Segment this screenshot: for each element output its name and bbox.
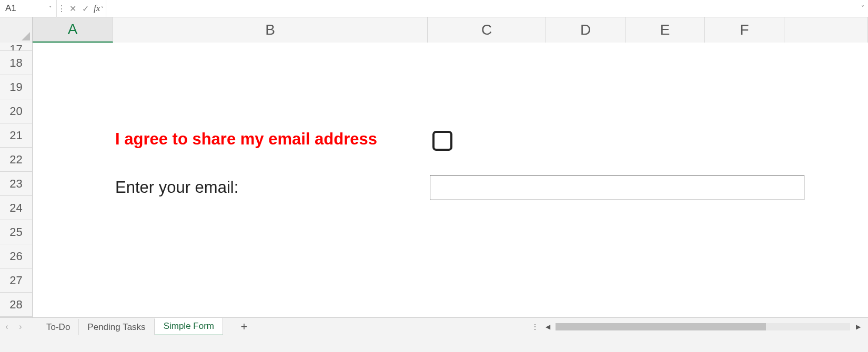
- sheet-tabs: To-Do Pending Tasks Simple Form: [38, 318, 223, 336]
- chevron-down-icon: ˅: [101, 6, 104, 12]
- select-all-button[interactable]: [0, 17, 33, 43]
- cells-canvas[interactable]: I agree to share my email address Enter …: [33, 43, 868, 317]
- triangle-right-icon: ▶: [856, 323, 861, 330]
- column-header-F[interactable]: F: [705, 17, 784, 43]
- chevron-down-icon: ˅: [861, 5, 864, 12]
- agree-checkbox[interactable]: [432, 131, 452, 151]
- status-bar: [0, 335, 868, 352]
- cancel-formula-button[interactable]: ✕: [66, 0, 79, 17]
- sheet-tab-pending-tasks[interactable]: Pending Tasks: [79, 319, 154, 336]
- triangle-left-icon: ◀: [546, 323, 550, 330]
- column-header-E[interactable]: E: [625, 17, 705, 43]
- row-header-21[interactable]: 21: [0, 123, 32, 148]
- spreadsheet-grid: A B C D E F 17 18 19 20 21 22 23 24 25 2…: [0, 17, 868, 317]
- formula-input[interactable]: [106, 0, 857, 17]
- horizontal-scrollbar-track[interactable]: [556, 323, 850, 330]
- agree-share-email-label: I agree to share my email address: [115, 130, 377, 149]
- fx-label: fx: [94, 3, 100, 14]
- chevron-right-icon: ›: [19, 322, 22, 332]
- column-header-D[interactable]: D: [546, 17, 625, 43]
- plus-icon: +: [241, 320, 248, 334]
- row-header-27[interactable]: 27: [0, 268, 32, 293]
- column-header-A[interactable]: A: [33, 17, 113, 43]
- column-header-overflow: [784, 17, 868, 43]
- horizontal-scroll-region: ⋮ ◀ ▶: [530, 322, 868, 332]
- row-header-26[interactable]: 26: [0, 244, 32, 268]
- chevron-down-icon: ˅: [49, 5, 52, 12]
- name-box-value: A1: [5, 3, 16, 14]
- vertical-dots-icon[interactable]: ⋮: [57, 4, 66, 14]
- column-header-C[interactable]: C: [428, 17, 546, 43]
- scroll-right-button[interactable]: ▶: [853, 322, 863, 332]
- column-headers: A B C D E F: [0, 17, 868, 43]
- row-header-25[interactable]: 25: [0, 220, 32, 244]
- row-header-19[interactable]: 19: [0, 75, 32, 99]
- row-headers: 17 18 19 20 21 22 23 24 25 26 27 28: [0, 43, 33, 317]
- scroll-left-button[interactable]: ◀: [543, 322, 552, 332]
- expand-formula-bar-button[interactable]: ˅: [857, 5, 868, 12]
- sheet-nav-prev-button[interactable]: ‹: [0, 318, 14, 336]
- chevron-left-icon: ‹: [5, 322, 8, 332]
- sheet-tab-bar: ‹ › To-Do Pending Tasks Simple Form + ⋮ …: [0, 317, 868, 335]
- add-sheet-button[interactable]: +: [234, 318, 255, 336]
- row-header-22[interactable]: 22: [0, 148, 32, 172]
- enter-email-label: Enter your email:: [115, 178, 238, 197]
- email-field[interactable]: [430, 175, 804, 200]
- sheet-tab-to-do[interactable]: To-Do: [38, 319, 79, 336]
- row-header-28[interactable]: 28: [0, 293, 32, 317]
- sheet-nav-next-button[interactable]: ›: [14, 318, 27, 336]
- row-header-17[interactable]: 17: [0, 43, 32, 51]
- column-header-B[interactable]: B: [113, 17, 428, 43]
- insert-function-button[interactable]: fx ˅: [92, 3, 106, 14]
- row-header-20[interactable]: 20: [0, 99, 32, 123]
- row-header-24[interactable]: 24: [0, 196, 32, 220]
- vertical-dots-icon[interactable]: ⋮: [530, 322, 540, 332]
- check-icon: ✓: [82, 4, 89, 14]
- row-header-18[interactable]: 18: [0, 51, 32, 75]
- horizontal-scrollbar-thumb[interactable]: [556, 323, 766, 330]
- accept-formula-button[interactable]: ✓: [79, 0, 92, 17]
- row-header-23[interactable]: 23: [0, 172, 32, 196]
- formula-bar: A1 ˅ ⋮ ✕ ✓ fx ˅ ˅: [0, 0, 868, 17]
- name-box[interactable]: A1 ˅: [0, 0, 57, 17]
- sheet-tab-simple-form[interactable]: Simple Form: [155, 317, 223, 336]
- close-icon: ✕: [69, 4, 76, 14]
